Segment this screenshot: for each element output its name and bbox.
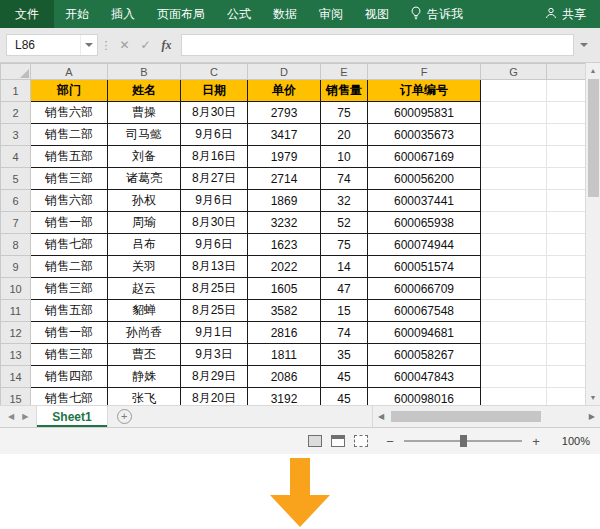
empty-cell[interactable] — [481, 212, 547, 234]
data-cell[interactable]: 8月20日 — [181, 388, 248, 406]
data-cell[interactable]: 9月6日 — [181, 190, 248, 212]
row-header-14[interactable]: 14 — [1, 366, 31, 388]
data-cell[interactable]: 吕布 — [108, 234, 181, 256]
data-cell[interactable]: 3417 — [248, 124, 321, 146]
empty-cell[interactable] — [547, 256, 586, 278]
data-cell[interactable]: 销售三部 — [31, 168, 108, 190]
data-cell[interactable]: 8月29日 — [181, 366, 248, 388]
data-cell[interactable]: 75 — [321, 234, 368, 256]
data-cell[interactable]: 1979 — [248, 146, 321, 168]
horizontal-scrollbar[interactable]: ◀ ▶ — [372, 406, 600, 427]
empty-cell[interactable] — [547, 190, 586, 212]
data-cell[interactable]: 销售三部 — [31, 278, 108, 300]
formula-bar-handle[interactable]: ⋮ — [98, 39, 114, 52]
empty-cell[interactable] — [547, 234, 586, 256]
tab-data[interactable]: 数据 — [262, 0, 308, 28]
empty-cell[interactable] — [481, 124, 547, 146]
empty-cell[interactable] — [547, 102, 586, 124]
empty-cell[interactable] — [481, 190, 547, 212]
data-cell[interactable]: 1623 — [248, 234, 321, 256]
data-cell[interactable]: 关羽 — [108, 256, 181, 278]
row-header-7[interactable]: 7 — [1, 212, 31, 234]
scroll-right-icon[interactable]: ▶ — [584, 412, 600, 421]
data-cell[interactable]: 1811 — [248, 344, 321, 366]
data-cell[interactable]: 1605 — [248, 278, 321, 300]
data-cell[interactable]: 8月25日 — [181, 300, 248, 322]
data-cell[interactable]: 3582 — [248, 300, 321, 322]
column-header-D[interactable]: D — [248, 64, 321, 80]
data-cell[interactable]: 600098016 — [368, 388, 481, 406]
data-cell[interactable]: 销售三部 — [31, 344, 108, 366]
empty-cell[interactable] — [547, 366, 586, 388]
zoom-slider-thumb[interactable] — [460, 435, 467, 447]
row-header-13[interactable]: 13 — [1, 344, 31, 366]
data-cell[interactable]: 32 — [321, 190, 368, 212]
empty-cell[interactable] — [547, 322, 586, 344]
tab-insert[interactable]: 插入 — [100, 0, 146, 28]
data-cell[interactable]: 销售一部 — [31, 212, 108, 234]
data-cell[interactable]: 35 — [321, 344, 368, 366]
data-cell[interactable]: 8月13日 — [181, 256, 248, 278]
data-cell[interactable]: 45 — [321, 388, 368, 406]
header-cell[interactable]: 单价 — [248, 80, 321, 102]
data-cell[interactable]: 8月30日 — [181, 212, 248, 234]
data-cell[interactable]: 诸葛亮 — [108, 168, 181, 190]
share-button[interactable]: 共享 — [531, 0, 600, 28]
prev-sheet-icon[interactable]: ◀ — [8, 412, 14, 421]
data-cell[interactable]: 74 — [321, 168, 368, 190]
data-cell[interactable]: 貂蝉 — [108, 300, 181, 322]
formula-input[interactable] — [181, 34, 574, 56]
column-header-B[interactable]: B — [108, 64, 181, 80]
data-cell[interactable]: 销售六部 — [31, 102, 108, 124]
data-cell[interactable]: 3232 — [248, 212, 321, 234]
data-cell[interactable]: 3192 — [248, 388, 321, 406]
data-cell[interactable]: 1869 — [248, 190, 321, 212]
add-sheet-button[interactable]: + — [117, 409, 132, 424]
sheet-tab-sheet1[interactable]: Sheet1 — [36, 406, 107, 427]
empty-cell[interactable] — [481, 300, 547, 322]
data-cell[interactable]: 600056200 — [368, 168, 481, 190]
data-cell[interactable]: 曹丕 — [108, 344, 181, 366]
empty-cell[interactable] — [481, 80, 547, 102]
tab-home[interactable]: 开始 — [54, 0, 100, 28]
zoom-level[interactable]: 100% — [550, 435, 590, 447]
data-cell[interactable]: 47 — [321, 278, 368, 300]
empty-cell[interactable] — [481, 102, 547, 124]
data-cell[interactable]: 曹操 — [108, 102, 181, 124]
data-cell[interactable]: 静姝 — [108, 366, 181, 388]
tell-me-button[interactable]: 告诉我 — [400, 0, 473, 28]
formula-bar-expand[interactable] — [574, 43, 594, 47]
data-cell[interactable]: 销售二部 — [31, 256, 108, 278]
data-cell[interactable]: 600037441 — [368, 190, 481, 212]
empty-cell[interactable] — [547, 388, 586, 406]
row-header-3[interactable]: 3 — [1, 124, 31, 146]
empty-cell[interactable] — [481, 388, 547, 406]
data-cell[interactable]: 10 — [321, 146, 368, 168]
header-cell[interactable]: 日期 — [181, 80, 248, 102]
row-header-2[interactable]: 2 — [1, 102, 31, 124]
row-header-9[interactable]: 9 — [1, 256, 31, 278]
empty-cell[interactable] — [481, 256, 547, 278]
data-cell[interactable]: 张飞 — [108, 388, 181, 406]
data-cell[interactable]: 8月16日 — [181, 146, 248, 168]
data-cell[interactable]: 孙尚香 — [108, 322, 181, 344]
data-cell[interactable]: 司马懿 — [108, 124, 181, 146]
empty-cell[interactable] — [547, 168, 586, 190]
data-cell[interactable]: 8月25日 — [181, 278, 248, 300]
tab-page-layout[interactable]: 页面布局 — [146, 0, 216, 28]
data-cell[interactable]: 600035673 — [368, 124, 481, 146]
data-cell[interactable]: 9月6日 — [181, 124, 248, 146]
data-cell[interactable]: 销售二部 — [31, 124, 108, 146]
empty-cell[interactable] — [481, 322, 547, 344]
page-break-preview-icon[interactable] — [354, 435, 368, 447]
data-cell[interactable]: 9月1日 — [181, 322, 248, 344]
row-header-8[interactable]: 8 — [1, 234, 31, 256]
zoom-in-button[interactable]: + — [530, 434, 542, 449]
empty-cell[interactable] — [547, 124, 586, 146]
data-cell[interactable]: 15 — [321, 300, 368, 322]
data-cell[interactable]: 销售六部 — [31, 190, 108, 212]
data-cell[interactable]: 赵云 — [108, 278, 181, 300]
zoom-slider[interactable] — [404, 440, 522, 442]
page-layout-view-icon[interactable] — [331, 435, 345, 447]
row-header-1[interactable]: 1 — [1, 80, 31, 102]
